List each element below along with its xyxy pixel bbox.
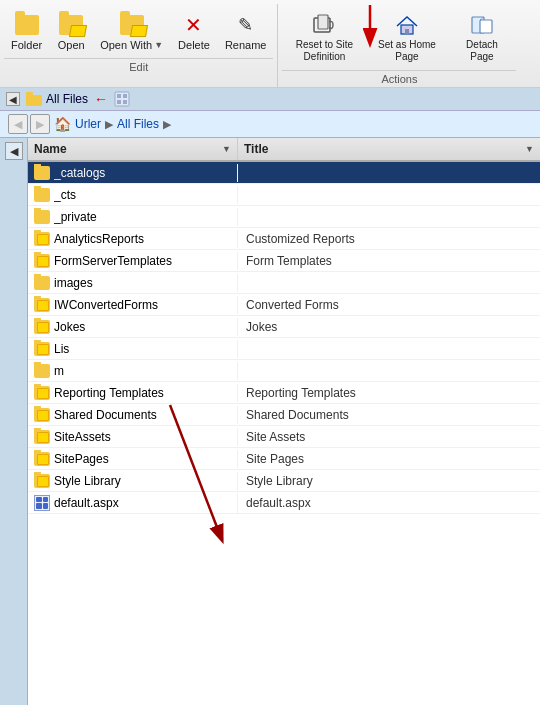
folder-special-icon bbox=[34, 298, 50, 312]
file-title-cell: Form Templates bbox=[238, 252, 540, 270]
folder-special-icon bbox=[34, 430, 50, 444]
folder-special-icon bbox=[34, 254, 50, 268]
detach-button[interactable]: Detach Page bbox=[447, 6, 516, 68]
folder-plain-icon bbox=[34, 188, 50, 202]
homepage-icon bbox=[393, 11, 421, 39]
back-button[interactable]: ◀ bbox=[8, 114, 28, 134]
nav-arrow-icon: ← bbox=[94, 91, 108, 107]
table-row[interactable]: default.aspxdefault.aspx bbox=[28, 492, 540, 514]
svg-rect-8 bbox=[26, 92, 33, 96]
table-row[interactable]: AnalyticsReportsCustomized Reports bbox=[28, 228, 540, 250]
file-rows-container: _catalogs_cts_privateAnalyticsReportsCus… bbox=[28, 162, 540, 514]
edit-group-label: Edit bbox=[4, 58, 273, 73]
folder-special-icon bbox=[34, 474, 50, 488]
forward-button[interactable]: ▶ bbox=[30, 114, 50, 134]
folder-special-icon bbox=[34, 232, 50, 246]
file-title-cell: Customized Reports bbox=[238, 230, 540, 248]
file-name-cell: AnalyticsReports bbox=[28, 230, 238, 248]
file-title-cell: default.aspx bbox=[238, 494, 540, 512]
open-with-icon bbox=[118, 11, 146, 39]
main-area: ◀ Name ▼ Title ▼ _catalogs_cts_privateAn… bbox=[0, 138, 540, 705]
table-row[interactable]: FormServerTemplatesForm Templates bbox=[28, 250, 540, 272]
folder-button[interactable]: Folder bbox=[4, 6, 49, 56]
file-name-text: Shared Documents bbox=[54, 408, 157, 422]
file-title-cell bbox=[238, 369, 540, 373]
delete-label: Delete bbox=[178, 39, 210, 51]
actions-group: Reset to Site Definition Set as Home Pag… bbox=[278, 4, 520, 87]
nav-icon2 bbox=[114, 91, 130, 107]
col-name-header[interactable]: Name ▼ bbox=[28, 138, 238, 160]
col-title-header[interactable]: Title ▼ bbox=[238, 138, 540, 160]
folder-special-icon bbox=[34, 452, 50, 466]
reset-label: Reset to Site Definition bbox=[289, 39, 359, 63]
file-title-cell: Style Library bbox=[238, 472, 540, 490]
reset-svg bbox=[311, 12, 337, 38]
table-row[interactable]: SitePagesSite Pages bbox=[28, 448, 540, 470]
table-row[interactable]: _private bbox=[28, 206, 540, 228]
file-name-cell: Jokes bbox=[28, 318, 238, 336]
file-title-cell: Site Pages bbox=[238, 450, 540, 468]
reset-icon bbox=[310, 11, 338, 39]
file-name-text: FormServerTemplates bbox=[54, 254, 172, 268]
file-title-cell: Shared Documents bbox=[238, 406, 540, 424]
file-name-text: SitePages bbox=[54, 452, 109, 466]
open-with-arrow-icon: ▼ bbox=[154, 40, 163, 50]
svg-rect-11 bbox=[123, 94, 127, 98]
folder-icon bbox=[13, 11, 41, 39]
edit-group: Folder Open Open With bbox=[0, 4, 278, 87]
collapse-nav-button[interactable]: ◀ bbox=[6, 92, 20, 106]
actions-group-label: Actions bbox=[282, 70, 516, 85]
table-row[interactable]: Style LibraryStyle Library bbox=[28, 470, 540, 492]
file-title-cell: Jokes bbox=[238, 318, 540, 336]
detach-svg bbox=[469, 12, 495, 38]
folder-special-icon bbox=[34, 342, 50, 356]
delete-button[interactable]: ✕ Delete bbox=[171, 6, 217, 56]
file-title-cell bbox=[238, 215, 540, 219]
homepage-label: Set as Home Page bbox=[374, 39, 439, 63]
table-row[interactable]: _cts bbox=[28, 184, 540, 206]
nav-arrows: ◀ ▶ bbox=[8, 114, 50, 134]
open-button[interactable]: Open bbox=[50, 6, 92, 56]
reset-button[interactable]: Reset to Site Definition bbox=[282, 6, 366, 68]
table-row[interactable]: JokesJokes bbox=[28, 316, 540, 338]
open-with-label-row: Open With ▼ bbox=[100, 39, 163, 51]
svg-rect-10 bbox=[117, 94, 121, 98]
table-row[interactable]: m bbox=[28, 360, 540, 382]
table-row[interactable]: _catalogs bbox=[28, 162, 540, 184]
file-title-cell: Site Assets bbox=[238, 428, 540, 446]
open-with-button[interactable]: Open With ▼ bbox=[93, 6, 170, 56]
collapse-panel-button[interactable]: ◀ bbox=[5, 142, 23, 160]
all-files-nav[interactable]: All Files bbox=[26, 92, 88, 106]
folder-special-icon bbox=[34, 408, 50, 422]
rename-label: Rename bbox=[225, 39, 267, 51]
folder-plain-icon bbox=[34, 364, 50, 378]
table-row[interactable]: Reporting TemplatesReporting Templates bbox=[28, 382, 540, 404]
file-name-cell: SitePages bbox=[28, 450, 238, 468]
file-title-cell: Reporting Templates bbox=[238, 384, 540, 402]
file-name-text: m bbox=[54, 364, 64, 378]
svg-rect-7 bbox=[26, 95, 42, 106]
breadcrumb-allfiles[interactable]: All Files bbox=[117, 117, 159, 131]
open-with-label: Open With bbox=[100, 39, 152, 51]
homepage-button[interactable]: Set as Home Page bbox=[367, 6, 446, 68]
table-row[interactable]: SiteAssetsSite Assets bbox=[28, 426, 540, 448]
rename-button[interactable]: ✎ Rename bbox=[218, 6, 274, 56]
file-name-text: Lis bbox=[54, 342, 69, 356]
file-name-cell: images bbox=[28, 274, 238, 292]
table-row[interactable]: Lis bbox=[28, 338, 540, 360]
table-row[interactable]: IWConvertedFormsConverted Forms bbox=[28, 294, 540, 316]
col-name-sort-icon: ▼ bbox=[222, 144, 231, 154]
table-row[interactable]: images bbox=[28, 272, 540, 294]
left-panel: ◀ bbox=[0, 138, 28, 705]
breadcrumb-sep2: ▶ bbox=[163, 118, 171, 131]
file-list-header: Name ▼ Title ▼ bbox=[28, 138, 540, 162]
file-name-text: _catalogs bbox=[54, 166, 105, 180]
table-row[interactable]: Shared DocumentsShared Documents bbox=[28, 404, 540, 426]
file-name-cell: Reporting Templates bbox=[28, 384, 238, 402]
folder-label: Folder bbox=[11, 39, 42, 51]
breadcrumb-urler[interactable]: Urler bbox=[75, 117, 101, 131]
open-label: Open bbox=[58, 39, 85, 51]
folder-plain-icon bbox=[34, 276, 50, 290]
file-name-cell: Style Library bbox=[28, 472, 238, 490]
col-title-label: Title bbox=[244, 142, 268, 156]
